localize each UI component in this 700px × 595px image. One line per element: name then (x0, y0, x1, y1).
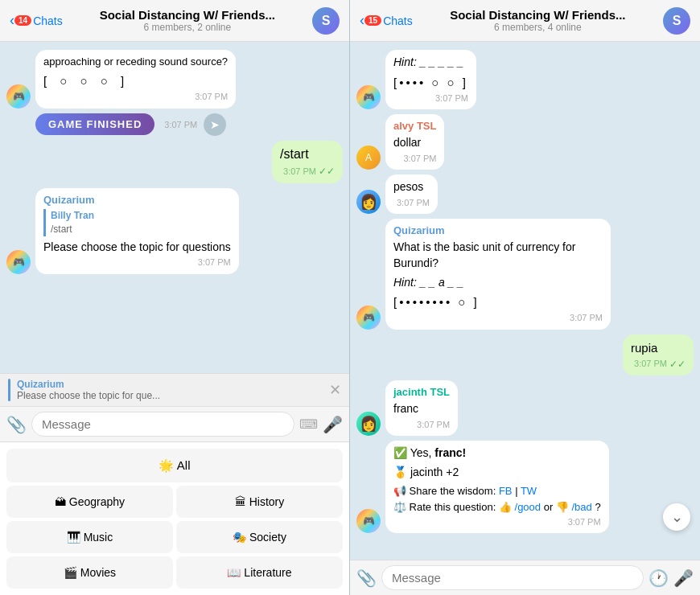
msg-time: 3:07 PM (397, 197, 430, 209)
bubble: Hint: _ _ _ _ _ [•••• ○ ○ ] 3:07 PM (385, 50, 476, 109)
left-chat-area: 🎮 approaching or receding sound source? … (0, 42, 349, 373)
topic-literature-button[interactable]: 📖 Literature (176, 556, 343, 589)
bubble: Quizarium What is the basic unit of curr… (385, 219, 611, 329)
bubble: alvy TSL dollar 3:07 PM (385, 114, 444, 170)
topic-row-2: 🎹 Music 🎭 Society (6, 521, 343, 553)
bubble: Quizarium Billy Tran /start Please choos… (35, 188, 239, 274)
table-row: 🎮 Quizarium What is the basic unit of cu… (356, 219, 694, 329)
msg-time: 3:07 PM (417, 419, 450, 431)
table-row: 👩 pesos 3:07 PM (356, 174, 694, 214)
fb-link[interactable]: FB (499, 485, 513, 497)
avatar: 👩 (356, 412, 381, 436)
topic-movies-button[interactable]: 🎬 Movies (6, 556, 173, 589)
forward-button[interactable]: ➤ (204, 113, 226, 136)
message-input[interactable] (31, 412, 294, 437)
keyboard-icon[interactable]: ⌨ (299, 416, 318, 432)
topic-all-button[interactable]: 🌟 All (6, 449, 343, 482)
table-row: rupia 3:07 PM ✓✓ (356, 334, 694, 376)
attach-icon[interactable]: 📎 (6, 415, 27, 434)
topic-music-button[interactable]: 🎹 Music (6, 521, 173, 553)
right-header: ‹ 15 Chats Social Distancing W/ Friends.… (350, 0, 700, 42)
topics-area: 🌟 All 🏔 Geography 🏛 History 🎹 Music 🎭 So… (0, 441, 349, 595)
reply-text: Please choose the topic for que... (17, 390, 323, 401)
topic-society-button[interactable]: 🎭 Society (176, 521, 343, 553)
input-row: 📎 ⌨ 🎤 (0, 407, 349, 441)
msg-time: 3:07 PM (198, 256, 231, 269)
msg-time: 3:07 PM (568, 516, 601, 528)
avatar: 🎮 (356, 306, 381, 330)
msg-text: /start (280, 146, 335, 163)
msg-time: 3:07 PM (195, 91, 228, 103)
topic-row-1: 🏔 Geography 🏛 History (6, 486, 343, 518)
tw-link[interactable]: TW (521, 485, 537, 497)
avatar: 🎮 (6, 84, 31, 109)
right-subtitle: 6 members, 4 online (419, 22, 657, 33)
scroll-down-button[interactable]: ⌄ (663, 503, 690, 531)
right-title: Social Distancing W/ Friends... (419, 8, 657, 22)
sender-name: Quizarium (393, 224, 603, 238)
check-icon: ✓✓ (669, 358, 686, 371)
msg-text: pesos (393, 179, 430, 195)
emoji-icon-right[interactable]: 🕐 (649, 568, 669, 588)
msg-text: franc (393, 401, 450, 417)
msg-result-line2: 🥇 jacinth +2 (393, 465, 601, 481)
avatar: 👩 (356, 190, 381, 214)
good-link[interactable]: /good (515, 501, 541, 513)
sender-name: alvy TSL (393, 119, 436, 133)
dots-row: [•••••••• ○ ] (393, 293, 603, 310)
back-button-left[interactable]: ‹ 14 Chats (10, 12, 63, 29)
table-row: 🎮 Quizarium Billy Tran /start Please cho… (6, 188, 343, 274)
msg-result-line4: ⚖️ Rate this question: 👍 /good or 👎 /bad… (393, 500, 601, 515)
left-subtitle: 6 members, 2 online (69, 22, 306, 33)
game-banner-row: GAME FINISHED 3:07 PM ➤ (35, 113, 226, 136)
msg-time: 3:07 PM (634, 358, 667, 370)
bubble: pesos 3:07 PM (385, 174, 438, 214)
quote-name: Billy Tran (51, 209, 231, 223)
msg-text: approaching or receding sound source? (43, 55, 228, 69)
avatar: 🎮 (6, 250, 31, 274)
msg-result-line3: 📢 Share the wisdom: FB | TW (393, 484, 601, 499)
msg-time: 3:07 PM (164, 120, 197, 129)
right-message-input[interactable] (381, 565, 644, 590)
mic-icon[interactable]: 🎤 (323, 415, 343, 434)
msg-time: 3:07 PM (283, 166, 316, 178)
avatar: A (356, 146, 381, 170)
table-row: /start 3:07 PM ✓✓ (6, 141, 343, 183)
mic-icon-right[interactable]: 🎤 (673, 568, 694, 588)
right-chat-area: 🎮 Hint: _ _ _ _ _ [•••• ○ ○ ] 3:07 PM A … (350, 42, 700, 560)
msg-text: dollar (393, 135, 436, 151)
left-panel: ‹ 14 Chats Social Distancing W/ Friends.… (0, 0, 350, 595)
msg-text: rupia (631, 339, 686, 356)
back-button-right[interactable]: ‹ 15 Chats (360, 12, 413, 29)
left-header-info: Social Distancing W/ Friends... 6 member… (69, 8, 306, 33)
game-finished-banner: GAME FINISHED (35, 113, 154, 135)
badge-left: 14 (14, 15, 31, 26)
table-row: GAME FINISHED 3:07 PM ➤ (6, 113, 343, 136)
table-row: 🎮 Hint: _ _ _ _ _ [•••• ○ ○ ] 3:07 PM (356, 50, 694, 109)
left-title: Social Distancing W/ Friends... (69, 8, 306, 22)
close-icon[interactable]: ✕ (329, 381, 341, 399)
right-avatar[interactable]: S (663, 7, 690, 35)
bubble: ✅ Yes, franc! 🥇 jacinth +2 📢 Share the w… (385, 441, 609, 533)
topic-history-button[interactable]: 🏛 History (176, 486, 343, 518)
badge-right: 15 (364, 15, 381, 26)
reply-bar (8, 379, 10, 401)
bad-link[interactable]: /bad (571, 501, 591, 513)
check-icon: ✓✓ (319, 165, 335, 178)
back-label-left: Chats (33, 14, 63, 27)
sender-name: Quizarium (43, 193, 231, 207)
quote-bar: Billy Tran /start (43, 209, 231, 236)
topic-geography-button[interactable]: 🏔 Geography (6, 486, 173, 518)
table-row: A alvy TSL dollar 3:07 PM (356, 114, 694, 170)
left-avatar[interactable]: S (312, 7, 340, 35)
hint-text: Hint: _ _ _ _ _ (393, 55, 468, 71)
bubble: approaching or receding sound source? [ … (35, 50, 236, 109)
hint-text: Hint: _ _ a _ _ (393, 275, 603, 291)
reply-title: Quizarium (17, 379, 323, 390)
avatar: 🎮 (356, 85, 381, 109)
right-panel: ‹ 15 Chats Social Distancing W/ Friends.… (350, 0, 700, 595)
msg-time: 3:07 PM (570, 312, 603, 324)
attach-icon-right[interactable]: 📎 (356, 568, 377, 588)
left-header: ‹ 14 Chats Social Distancing W/ Friends.… (0, 0, 349, 42)
msg-result-line1: ✅ Yes, franc! (393, 445, 601, 462)
